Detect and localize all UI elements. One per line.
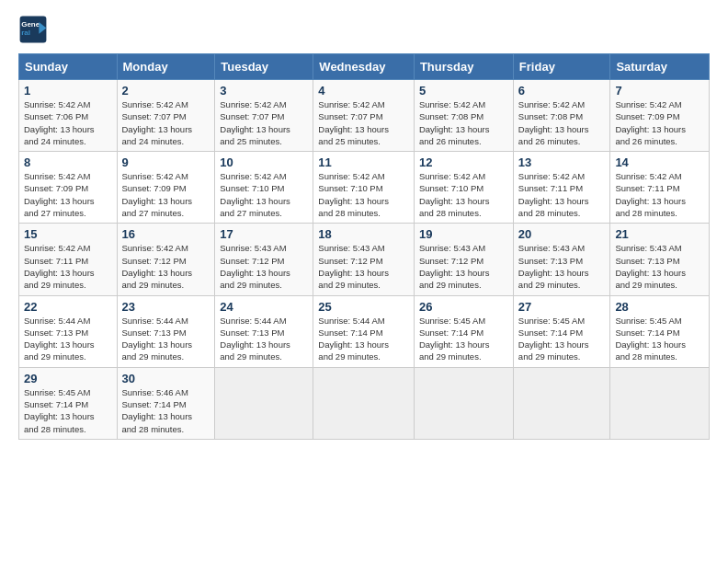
day-number: 19 [419, 227, 508, 241]
calendar-week: 15Sunrise: 5:42 AM Sunset: 7:11 PM Dayli… [19, 224, 710, 295]
day-info: Sunrise: 5:45 AM Sunset: 7:14 PM Dayligh… [615, 315, 704, 363]
day-number: 23 [122, 300, 210, 314]
day-info: Sunrise: 5:44 AM Sunset: 7:14 PM Dayligh… [318, 315, 409, 363]
calendar-cell: 15Sunrise: 5:42 AM Sunset: 7:11 PM Dayli… [19, 224, 118, 295]
calendar-cell: 6Sunrise: 5:42 AM Sunset: 7:08 PM Daylig… [513, 80, 610, 152]
header-day: Sunday [19, 54, 118, 80]
calendar-cell [313, 367, 415, 439]
header-day: Thursday [414, 54, 513, 80]
svg-text:ral: ral [21, 29, 30, 37]
day-number: 3 [220, 84, 308, 98]
calendar-cell: 26Sunrise: 5:45 AM Sunset: 7:14 PM Dayli… [414, 295, 513, 367]
calendar-cell: 12Sunrise: 5:42 AM Sunset: 7:10 PM Dayli… [414, 152, 513, 224]
header-day: Wednesday [313, 54, 415, 80]
day-info: Sunrise: 5:42 AM Sunset: 7:09 PM Dayligh… [615, 98, 704, 147]
calendar-cell: 21Sunrise: 5:43 AM Sunset: 7:13 PM Dayli… [610, 224, 710, 295]
day-number: 7 [615, 84, 704, 98]
calendar-cell: 27Sunrise: 5:45 AM Sunset: 7:14 PM Dayli… [513, 295, 610, 367]
day-number: 25 [318, 300, 409, 314]
header-day: Saturday [610, 54, 710, 80]
day-info: Sunrise: 5:44 AM Sunset: 7:13 PM Dayligh… [220, 315, 308, 363]
day-info: Sunrise: 5:42 AM Sunset: 7:10 PM Dayligh… [318, 170, 409, 219]
calendar-cell: 8Sunrise: 5:42 AM Sunset: 7:09 PM Daylig… [19, 152, 118, 224]
calendar-cell: 1Sunrise: 5:42 AM Sunset: 7:06 PM Daylig… [19, 80, 118, 152]
day-number: 8 [24, 155, 112, 169]
day-number: 21 [615, 227, 704, 241]
day-number: 22 [24, 300, 112, 314]
calendar-cell: 14Sunrise: 5:42 AM Sunset: 7:11 PM Dayli… [610, 152, 710, 224]
day-info: Sunrise: 5:42 AM Sunset: 7:09 PM Dayligh… [24, 170, 112, 219]
calendar-cell: 2Sunrise: 5:42 AM Sunset: 7:07 PM Daylig… [117, 80, 215, 152]
header-day: Tuesday [215, 54, 313, 80]
calendar-cell: 19Sunrise: 5:43 AM Sunset: 7:12 PM Dayli… [414, 224, 513, 295]
day-number: 4 [318, 84, 409, 98]
day-info: Sunrise: 5:43 AM Sunset: 7:12 PM Dayligh… [220, 242, 308, 291]
day-info: Sunrise: 5:42 AM Sunset: 7:11 PM Dayligh… [615, 170, 704, 219]
calendar-cell [414, 367, 513, 439]
header: Gene ral [18, 15, 710, 44]
calendar-table: SundayMondayTuesdayWednesdayThursdayFrid… [18, 53, 710, 440]
calendar-cell: 23Sunrise: 5:44 AM Sunset: 7:13 PM Dayli… [117, 295, 215, 367]
calendar-cell [215, 367, 313, 439]
day-info: Sunrise: 5:42 AM Sunset: 7:11 PM Dayligh… [518, 170, 606, 219]
day-info: Sunrise: 5:42 AM Sunset: 7:12 PM Dayligh… [122, 242, 210, 291]
day-info: Sunrise: 5:42 AM Sunset: 7:07 PM Dayligh… [318, 98, 409, 147]
calendar-cell: 24Sunrise: 5:44 AM Sunset: 7:13 PM Dayli… [215, 295, 313, 367]
day-number: 27 [518, 300, 606, 314]
header-day: Monday [117, 54, 215, 80]
day-number: 2 [122, 84, 210, 98]
calendar-cell: 4Sunrise: 5:42 AM Sunset: 7:07 PM Daylig… [313, 80, 415, 152]
calendar-cell [513, 367, 610, 439]
day-number: 12 [419, 155, 508, 169]
logo: Gene ral [18, 15, 51, 44]
day-info: Sunrise: 5:42 AM Sunset: 7:06 PM Dayligh… [24, 98, 112, 147]
day-number: 28 [615, 300, 704, 314]
calendar-cell: 11Sunrise: 5:42 AM Sunset: 7:10 PM Dayli… [313, 152, 415, 224]
day-info: Sunrise: 5:42 AM Sunset: 7:08 PM Dayligh… [419, 98, 508, 147]
day-info: Sunrise: 5:43 AM Sunset: 7:12 PM Dayligh… [318, 242, 409, 291]
logo-icon: Gene ral [18, 15, 48, 44]
calendar-week: 29Sunrise: 5:45 AM Sunset: 7:14 PM Dayli… [19, 367, 710, 439]
calendar-cell: 9Sunrise: 5:42 AM Sunset: 7:09 PM Daylig… [117, 152, 215, 224]
day-number: 13 [518, 155, 606, 169]
calendar-cell: 28Sunrise: 5:45 AM Sunset: 7:14 PM Dayli… [610, 295, 710, 367]
calendar-cell: 16Sunrise: 5:42 AM Sunset: 7:12 PM Dayli… [117, 224, 215, 295]
calendar-cell [610, 367, 710, 439]
day-number: 17 [220, 227, 308, 241]
calendar-week: 22Sunrise: 5:44 AM Sunset: 7:13 PM Dayli… [19, 295, 710, 367]
calendar-cell: 25Sunrise: 5:44 AM Sunset: 7:14 PM Dayli… [313, 295, 415, 367]
day-info: Sunrise: 5:42 AM Sunset: 7:10 PM Dayligh… [220, 170, 308, 219]
day-number: 10 [220, 155, 308, 169]
day-number: 6 [518, 84, 606, 98]
day-number: 14 [615, 155, 704, 169]
day-number: 11 [318, 155, 409, 169]
day-number: 5 [419, 84, 508, 98]
calendar-cell: 18Sunrise: 5:43 AM Sunset: 7:12 PM Dayli… [313, 224, 415, 295]
day-info: Sunrise: 5:42 AM Sunset: 7:07 PM Dayligh… [122, 98, 210, 147]
day-number: 30 [122, 372, 210, 385]
day-number: 15 [24, 227, 112, 241]
day-number: 18 [318, 227, 409, 241]
day-info: Sunrise: 5:42 AM Sunset: 7:10 PM Dayligh… [419, 170, 508, 219]
day-info: Sunrise: 5:44 AM Sunset: 7:13 PM Dayligh… [122, 315, 210, 363]
calendar-body: 1Sunrise: 5:42 AM Sunset: 7:06 PM Daylig… [19, 80, 710, 440]
day-number: 9 [122, 155, 210, 169]
calendar-cell: 10Sunrise: 5:42 AM Sunset: 7:10 PM Dayli… [215, 152, 313, 224]
day-number: 24 [220, 300, 308, 314]
day-number: 26 [419, 300, 508, 314]
day-number: 16 [122, 227, 210, 241]
calendar-cell: 3Sunrise: 5:42 AM Sunset: 7:07 PM Daylig… [215, 80, 313, 152]
day-number: 29 [24, 372, 112, 385]
day-info: Sunrise: 5:45 AM Sunset: 7:14 PM Dayligh… [518, 315, 606, 363]
day-info: Sunrise: 5:42 AM Sunset: 7:11 PM Dayligh… [24, 242, 112, 291]
calendar-cell: 5Sunrise: 5:42 AM Sunset: 7:08 PM Daylig… [414, 80, 513, 152]
day-info: Sunrise: 5:45 AM Sunset: 7:14 PM Dayligh… [24, 386, 112, 435]
svg-text:Gene: Gene [21, 20, 40, 29]
day-info: Sunrise: 5:42 AM Sunset: 7:07 PM Dayligh… [220, 98, 308, 147]
day-info: Sunrise: 5:43 AM Sunset: 7:13 PM Dayligh… [615, 242, 704, 291]
calendar-cell: 22Sunrise: 5:44 AM Sunset: 7:13 PM Dayli… [19, 295, 118, 367]
header-row: SundayMondayTuesdayWednesdayThursdayFrid… [19, 54, 710, 80]
day-number: 20 [518, 227, 606, 241]
calendar-week: 1Sunrise: 5:42 AM Sunset: 7:06 PM Daylig… [19, 80, 710, 152]
calendar-cell: 20Sunrise: 5:43 AM Sunset: 7:13 PM Dayli… [513, 224, 610, 295]
